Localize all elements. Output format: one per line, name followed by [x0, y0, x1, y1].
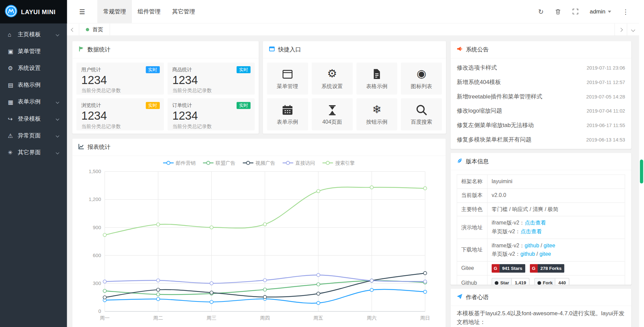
stat-card-users[interactable]: 用户统计 1234 当前分类总记录数 实时 — [77, 63, 164, 94]
refresh-icon[interactable]: ↻ — [532, 8, 549, 15]
badge-label: 278 Forks — [538, 264, 564, 273]
trash-icon[interactable] — [549, 8, 566, 14]
paper-plane-icon — [457, 294, 462, 301]
tab-other-management[interactable]: 其它管理 — [166, 0, 201, 23]
svg-text:周一: 周一 — [100, 315, 109, 321]
quick-item-menu-management[interactable]: 菜单管理 — [267, 63, 308, 94]
fullscreen-icon[interactable] — [567, 9, 584, 14]
list-item[interactable]: 新增系统404模板 2019-07-11 12:57 — [451, 75, 632, 89]
report-card-header: 报表统计 — [72, 138, 446, 156]
sidebar-item-other-ui[interactable]: ✳ 其它界面 — [0, 144, 67, 161]
version-label: 主要特色 — [457, 202, 488, 216]
tab-home[interactable]: 首页 — [79, 24, 110, 35]
quick-item-button-demo[interactable]: ❄ 按钮示例 — [356, 98, 397, 130]
legend-item[interactable]: 视频广告 — [243, 159, 275, 166]
version-value: G941 Stars G278 Forks — [487, 261, 625, 275]
legend-item[interactable]: 直接访问 — [283, 159, 315, 166]
list-item[interactable]: 修复左侧菜单缩放tab无法移动 2019-06-17 11:55 — [451, 118, 632, 132]
github-icon — [537, 281, 541, 285]
user-menu[interactable]: admin — [584, 8, 617, 15]
tab-general-management[interactable]: 常规管理 — [97, 0, 132, 23]
notice-date: 2019-06-13 14:53 — [586, 137, 625, 142]
gitee-forks-badge[interactable]: G278 Forks — [530, 264, 564, 273]
chevron-down-icon — [56, 117, 59, 120]
list-item[interactable]: 修改logo缩放问题 2019-07-04 11:02 — [451, 104, 632, 118]
author-card-header: 作者心语 — [451, 289, 632, 306]
list-item[interactable]: 新增treetable插件和菜单管理样式 2019-07-05 14:28 — [451, 89, 632, 104]
sidebar-item-error-pages[interactable]: ⚠ 异常页面 — [0, 127, 67, 144]
gitee-stars-badge[interactable]: G941 Stars — [492, 264, 525, 273]
sidebar-item-table-demo[interactable]: ▤ 表格示例 — [0, 77, 67, 93]
legend-item[interactable]: 邮件营销 — [163, 159, 196, 166]
quick-item-label: 图标列表 — [411, 82, 432, 90]
gears-icon: ⚙ — [327, 67, 337, 80]
table-row: 当前版本 v2.0.0 — [457, 189, 625, 202]
legend-item[interactable]: 搜索引擎 — [323, 159, 355, 166]
quick-item-label: 表格示例 — [366, 82, 388, 90]
scrollbar-gutter — [639, 0, 644, 327]
quick-item-icon-list[interactable]: ◉ 图标列表 — [401, 63, 442, 94]
warning-icon: ⚠ — [8, 132, 17, 139]
notice-card: 系统公告 修改选项卡样式 2019-07-11 23:06 新增系统404模板 … — [451, 41, 632, 149]
top-header: ☰ 常规管理 组件管理 其它管理 ↻ admin ⋮ — [67, 0, 644, 24]
list-item[interactable]: 修改选项卡样式 2019-07-11 23:06 — [451, 60, 632, 75]
quick-item-label: 404页面 — [322, 118, 342, 126]
sidebar: LAYUI MINI ⌂ 主页模板 ▣ 菜单管理 ⚙ 系统设置 ▤ 表格示例 ▦ — [0, 0, 67, 327]
list-item[interactable]: 修复多模块菜单栏展开有问题 2019-06-13 14:53 — [451, 132, 632, 147]
sidebar-item-label: 其它界面 — [18, 149, 41, 156]
logo[interactable]: LAYUI MINI — [0, 0, 67, 24]
window-icon: ▣ — [8, 48, 17, 55]
github-link[interactable]: github — [521, 251, 535, 257]
legend-item[interactable]: 联盟广告 — [203, 159, 236, 166]
gitee-link[interactable]: gitee — [544, 242, 555, 248]
sidebar-item-login-template[interactable]: ↪ 登录模板 — [0, 110, 67, 127]
logo-icon — [4, 4, 17, 19]
tab-options-button[interactable] — [627, 24, 639, 36]
stat-card-views[interactable]: 浏览统计 1234 当前分类总记录数 实时 — [77, 98, 164, 130]
quick-item-table-demo[interactable]: 表格示例 — [356, 63, 397, 94]
github-star-badge[interactable]: Star1,419 — [492, 278, 530, 285]
version-label: 框架名称 — [457, 175, 488, 189]
sidebar-item-label: 系统设置 — [18, 65, 41, 72]
quick-item-system-settings[interactable]: ⚙ 系统设置 — [312, 63, 353, 94]
menu-fold-icon[interactable]: ☰ — [67, 8, 97, 15]
github-fork-badge[interactable]: Fork440 — [534, 278, 569, 285]
stat-card-products[interactable]: 商品统计 1234 当前分类总记录数 实时 — [167, 63, 255, 94]
tab-home-label: 首页 — [92, 26, 103, 33]
line-chart-icon — [79, 144, 84, 151]
stat-value: 1234 — [81, 110, 159, 123]
quick-item-404-page[interactable]: 404页面 — [312, 98, 353, 130]
sidebar-item-form-demo[interactable]: ▦ 表单示例 — [0, 93, 67, 110]
card-title: 数据统计 — [88, 46, 111, 53]
calendar-icon: ▦ — [8, 98, 17, 105]
megaphone-icon — [457, 46, 462, 53]
scrollbar-thumb[interactable] — [640, 160, 643, 183]
sidebar-item-label: 菜单管理 — [18, 47, 41, 55]
sidebar-item-label: 登录模板 — [18, 115, 41, 122]
tab-scroll-right-button[interactable] — [614, 24, 627, 36]
sidebar-menu: ⌂ 主页模板 ▣ 菜单管理 ⚙ 系统设置 ▤ 表格示例 ▦ 表单示例 — [0, 24, 67, 161]
tab-component-management[interactable]: 组件管理 — [132, 0, 166, 23]
version-value: layuimini — [487, 175, 625, 189]
gitee-link[interactable]: gitee — [539, 251, 551, 257]
stats-card: 数据统计 用户统计 1234 当前分类总记录数 实时 商品统计 1234 当前分… — [72, 41, 259, 133]
sidebar-item-home-template[interactable]: ⌂ 主页模板 — [0, 26, 67, 43]
svg-text:600: 600 — [93, 253, 101, 258]
flag-icon — [79, 46, 84, 53]
version-label: 演示地址 — [457, 216, 488, 239]
badge-label: 941 Stars — [499, 264, 525, 273]
stats-grid: 用户统计 1234 当前分类总记录数 实时 商品统计 1234 当前分类总记录数… — [72, 58, 259, 134]
quick-item-form-demo[interactable]: 表单示例 — [267, 98, 308, 130]
tab-scroll-left-button[interactable] — [67, 24, 79, 36]
sidebar-item-system-settings[interactable]: ⚙ 系统设置 — [0, 59, 67, 76]
demo-link[interactable]: 点击查看 — [521, 228, 542, 234]
sidebar-item-label: 异常页面 — [18, 132, 41, 139]
sidebar-item-menu-management[interactable]: ▣ 菜单管理 — [0, 43, 67, 59]
more-icon[interactable]: ⋮ — [617, 8, 634, 15]
demo-link[interactable]: 点击查看 — [525, 220, 546, 226]
stat-card-orders[interactable]: 订单统计 1234 当前分类总记录数 实时 — [167, 98, 255, 130]
version-value: 零门槛 / 响应式 / 清爽 / 极简 — [487, 202, 625, 216]
version-label: 下载地址 — [457, 239, 488, 261]
github-link[interactable]: github — [525, 242, 539, 248]
quick-item-baidu-search[interactable]: 百度搜索 — [401, 98, 442, 130]
